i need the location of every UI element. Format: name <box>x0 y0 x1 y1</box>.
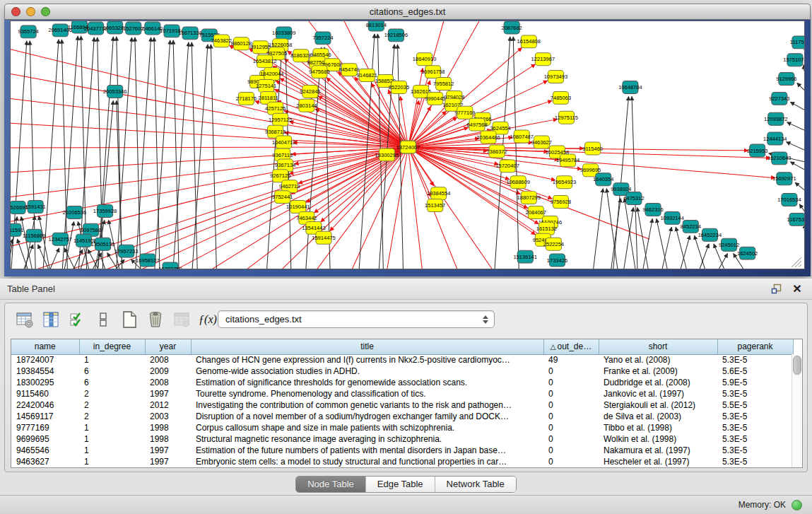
float-panel-icon[interactable] <box>770 284 782 295</box>
graph-node[interactable]: 7955812 <box>433 78 454 90</box>
graph-node[interactable]: 19654923 <box>553 176 576 189</box>
graph-node[interactable]: 9245012 <box>719 238 739 251</box>
table-cell[interactable]: 9463627 <box>11 456 79 467</box>
table-settings-icon[interactable] <box>15 310 35 329</box>
table-cell[interactable]: 22420046 <box>11 399 79 411</box>
table-cell[interactable]: 2 <box>79 388 145 399</box>
table-row[interactable]: 1872400712008Changes of HCN gene express… <box>11 354 793 366</box>
graph-node[interactable]: 9146821 <box>357 69 377 82</box>
table-cell[interactable]: 0 <box>543 399 599 411</box>
graph-node[interactable]: 9242845 <box>300 85 320 98</box>
column-header-out_de[interactable]: △out_de… <box>543 339 599 354</box>
table-cell[interactable]: Investigating the contribution of common… <box>191 399 543 411</box>
table-cell[interactable]: 1 <box>79 445 145 456</box>
table-cell[interactable]: Wolkin et al. (1998) <box>599 433 717 445</box>
row-check-icon[interactable] <box>67 310 87 329</box>
table-cell[interactable]: 1 <box>79 422 145 433</box>
graph-node[interactable]: 1167534 <box>787 213 804 226</box>
table-row[interactable]: 946554611997Estimation of the future num… <box>11 445 793 456</box>
table-cell[interactable]: 2008 <box>145 377 191 388</box>
graph-node[interactable]: 6497568 <box>466 118 487 131</box>
column-show-icon[interactable] <box>41 310 61 329</box>
graph-node[interactable]: 9752441 <box>272 191 293 204</box>
table-cell[interactable]: 5.3E-5 <box>717 422 793 433</box>
network-window-titlebar[interactable]: citations_edges.txt <box>4 4 811 20</box>
table-cell[interactable]: 1 <box>79 354 145 366</box>
table-cell[interactable]: Estimation of significance thresholds fo… <box>191 377 543 388</box>
graph-node[interactable]: 15692971 <box>772 173 796 185</box>
tab-network-table[interactable]: Network Table <box>435 477 516 492</box>
table-cell[interactable]: 1 <box>79 456 145 467</box>
function-icon[interactable]: ƒ(x) <box>198 310 218 329</box>
graph-node[interactable]: 10973493 <box>544 71 567 83</box>
table-cell[interactable]: 5.3E-5 <box>717 354 793 366</box>
graph-node[interactable]: 9115460 <box>582 142 603 155</box>
table-cell[interactable]: 0 <box>543 388 599 399</box>
graph-node[interactable]: 2803144 <box>296 99 317 112</box>
table-cell[interactable]: 0 <box>543 366 599 377</box>
graph-node[interactable]: 1527602 <box>123 22 143 35</box>
table-cell[interactable]: Hescheler et al. (1997) <box>599 456 717 467</box>
table-cell[interactable]: 9699695 <box>11 433 79 445</box>
graph-node[interactable]: 2522254 <box>543 238 564 250</box>
table-cell[interactable]: 18300295 <box>11 377 79 388</box>
table-cell[interactable]: Nakamura et al. (1997) <box>599 445 717 456</box>
column-header-short[interactable]: short <box>599 339 717 354</box>
table-cell[interactable]: Genome-wide association studies in ADHD. <box>191 366 543 377</box>
graph-node[interactable]: 10648784 <box>618 81 642 94</box>
graph-node[interactable]: 7463822 <box>211 35 232 47</box>
graph-node[interactable]: 1615132 <box>536 222 557 235</box>
table-cell[interactable]: 2009 <box>145 366 191 377</box>
graph-node[interactable]: 9462316 <box>642 204 663 216</box>
table-cell[interactable]: 0 <box>543 422 599 433</box>
graph-node[interactable]: 1513457 <box>425 199 445 212</box>
graph-node[interactable]: 1117534 <box>790 36 804 49</box>
graph-node[interactable]: 17016534 <box>777 194 801 206</box>
table-cell[interactable]: 5.3E-5 <box>717 411 793 422</box>
column-header-in_degree[interactable]: in_degree <box>79 339 145 354</box>
trash-icon[interactable] <box>146 310 165 329</box>
graph-node[interactable]: 6475312 <box>623 192 644 205</box>
graph-node[interactable]: 10688609 <box>506 176 529 189</box>
close-panel-icon[interactable]: ✕ <box>791 284 804 295</box>
table-row[interactable]: 911546021997Tourette syndrome. Phenomeno… <box>11 388 793 399</box>
graph-node[interactable]: 16452234 <box>698 228 722 241</box>
table-cell[interactable]: 2003 <box>145 411 191 422</box>
graph-node[interactable]: 12444134 <box>763 132 787 145</box>
tab-edge-table[interactable]: Edge Table <box>366 477 435 492</box>
graph-node[interactable]: 9129966 <box>776 73 796 86</box>
graph-node[interactable]: 20053346 <box>103 85 126 98</box>
graph-node[interactable]: 1733426 <box>547 254 567 267</box>
table-cell[interactable]: 2012 <box>145 399 191 411</box>
table-cell[interactable]: 1997 <box>145 456 191 467</box>
table-cell[interactable]: 9115460 <box>11 388 79 399</box>
graph-node[interactable]: 18640910 <box>413 53 436 66</box>
graph-node[interactable]: 12342757 <box>49 233 72 245</box>
graph-node[interactable]: 9475685 <box>309 66 329 78</box>
table-row[interactable]: 1830029562008Estimation of significance … <box>11 377 793 388</box>
table-cell[interactable]: Stergiakouli et al. (2012) <box>599 399 717 411</box>
table-row[interactable]: 2242004622012Investigating the contribut… <box>11 399 793 411</box>
graph-node[interactable]: 9777169 <box>454 106 475 119</box>
graph-node[interactable]: 12093872 <box>764 112 787 125</box>
table-row[interactable]: 1938455462009Genome-wide association stu… <box>11 366 793 377</box>
graph-node[interactable]: 15751074 <box>783 54 804 66</box>
graph-node[interactable]: 1624502 <box>737 247 758 259</box>
new-document-icon[interactable] <box>119 310 139 329</box>
graph-node[interactable]: 16961758 <box>421 66 445 78</box>
table-cell[interactable]: Yano et al. (2008) <box>599 354 717 366</box>
graph-node[interactable]: 17359928 <box>93 205 117 218</box>
table-cell[interactable]: 5.3E-5 <box>717 388 793 399</box>
graph-node[interactable]: 12975115 <box>555 111 578 124</box>
column-header-title[interactable]: title <box>191 339 543 354</box>
table-cell[interactable]: 19384554 <box>11 366 79 377</box>
graph-node[interactable]: 2087682 <box>502 21 522 34</box>
graph-node[interactable]: 3911591 <box>11 223 23 236</box>
table-cell[interactable]: 2008 <box>145 354 191 366</box>
table-cell[interactable]: 5.6E-5 <box>717 366 793 377</box>
table-vertical-scrollbar[interactable] <box>792 354 802 467</box>
graph-node[interactable]: 19384554 <box>427 187 450 200</box>
table-row[interactable]: 946362711997Embryonic stem cells: a mode… <box>11 456 793 467</box>
table-cell[interactable]: 5.9E-5 <box>717 377 793 388</box>
network-canvas[interactable]: 9355724206914061166894020437718106532871… <box>10 21 805 269</box>
